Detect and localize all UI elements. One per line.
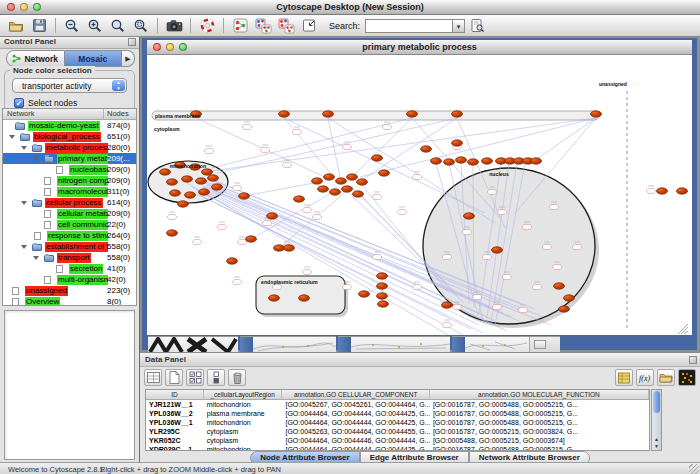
node[interactable] — [167, 179, 178, 185]
node[interactable] — [444, 159, 455, 165]
open-folder-icon[interactable] — [5, 16, 27, 35]
node[interactable] — [443, 254, 452, 259]
window-controls[interactable] — [7, 3, 41, 11]
edge[interactable] — [217, 118, 457, 173]
node[interactable] — [554, 283, 565, 289]
node[interactable] — [488, 189, 497, 194]
node[interactable] — [564, 295, 575, 301]
zoom-fit-content-icon[interactable] — [130, 16, 152, 35]
node[interactable] — [493, 304, 502, 309]
canvas-resize-grip-icon[interactable] — [684, 331, 688, 334]
tree-row-nucleobase[interactable]: nucleobase-...209(0) — [3, 164, 136, 175]
node[interactable] — [498, 209, 507, 214]
expand-triangle-icon[interactable] — [21, 146, 27, 150]
help-lifering-icon[interactable] — [196, 16, 218, 35]
node[interactable] — [212, 184, 223, 190]
node[interactable] — [294, 196, 305, 202]
export-snapshot-camera-icon[interactable] — [163, 16, 185, 35]
node[interactable] — [185, 192, 196, 198]
attribute-table[interactable]: ID_cellularLayoutRegionannotation.GO CEL… — [145, 389, 650, 451]
node[interactable] — [677, 188, 688, 194]
node[interactable] — [453, 304, 462, 309]
node[interactable] — [178, 201, 189, 207]
node[interactable] — [202, 169, 213, 175]
node[interactable] — [482, 158, 493, 164]
attribute-table-header[interactable]: ID_cellularLayoutRegionannotation.GO CEL… — [146, 390, 649, 400]
unselect-all-attributes-icon[interactable] — [207, 369, 225, 386]
tree-row-overview[interactable]: Overview8(0) — [3, 296, 136, 306]
tree-row-primary-metabo[interactable]: primary metabo209(... — [3, 153, 136, 164]
background-window-fragment[interactable] — [148, 336, 238, 353]
tree-row-metabolic-process[interactable]: metabolic process280(0) — [3, 142, 136, 153]
tree-row-macromolecule[interactable]: macromolecule311(0) — [3, 186, 136, 197]
table-row[interactable]: YLR295Ccytoplasm[GO:0045263, GO:0044464,… — [146, 427, 649, 436]
edge[interactable] — [328, 118, 495, 223]
expand-triangle-icon[interactable] — [21, 201, 27, 205]
node[interactable] — [431, 158, 442, 164]
tree-row-transport[interactable]: transport558(0) — [3, 252, 136, 263]
node[interactable] — [323, 111, 334, 117]
node[interactable] — [559, 306, 570, 312]
node[interactable] — [167, 230, 178, 236]
node[interactable] — [182, 176, 193, 182]
node[interactable] — [199, 189, 210, 195]
node[interactable] — [343, 284, 352, 289]
formula-builder-icon[interactable]: f(x) — [636, 369, 654, 386]
node[interactable] — [468, 159, 479, 165]
node[interactable] — [168, 214, 177, 219]
node[interactable] — [160, 169, 171, 175]
tree-row-nitrogen-compo[interactable]: nitrogen compo209(0) — [3, 175, 136, 186]
node[interactable] — [238, 239, 247, 244]
node[interactable] — [591, 111, 602, 117]
node[interactable] — [279, 111, 290, 117]
edge[interactable] — [244, 182, 319, 196]
table-row[interactable]: YPL036W__2plasma membrane[GO:0044464, GO… — [146, 409, 649, 418]
zoom-selected-region-icon[interactable] — [107, 16, 129, 35]
column-header-cellularlayoutregion[interactable]: _cellularLayoutRegion — [204, 390, 283, 399]
tree-row-response-to-stimulu[interactable]: response to stimulu264(0) — [3, 230, 136, 241]
node[interactable] — [519, 307, 528, 312]
node-color-dropdown[interactable]: transporter activity ▲▼ — [12, 78, 127, 93]
attribute-matrix-icon[interactable] — [678, 369, 696, 386]
node[interactable] — [284, 245, 295, 251]
node[interactable] — [452, 140, 463, 146]
node[interactable] — [243, 124, 252, 129]
node[interactable] — [464, 213, 475, 219]
float-panel-icon[interactable] — [128, 38, 136, 46]
node[interactable] — [383, 124, 392, 129]
node[interactable] — [170, 190, 181, 196]
float-panel-icon[interactable] — [689, 356, 697, 364]
birds-eye-view-panel[interactable] — [4, 310, 135, 460]
node[interactable] — [553, 264, 562, 269]
advanced-search-icon[interactable] — [466, 16, 488, 35]
tree-row-cell-communicat[interactable]: cell communicat22(0) — [3, 219, 136, 230]
attribute-selector-icon[interactable] — [144, 369, 162, 386]
node[interactable] — [303, 269, 312, 274]
node[interactable] — [299, 295, 310, 301]
tree-row-cellular-process[interactable]: cellular process614(0) — [3, 197, 136, 208]
node[interactable] — [531, 158, 542, 164]
node[interactable] — [483, 254, 492, 259]
select-nodes-checkbox[interactable]: ✓ — [14, 98, 24, 108]
expand-triangle-icon[interactable] — [21, 245, 27, 249]
node[interactable] — [303, 207, 312, 212]
annotation-icon[interactable] — [298, 16, 320, 35]
node[interactable] — [273, 284, 282, 289]
save-icon[interactable] — [28, 16, 50, 35]
tree-row-establishment-of-lo[interactable]: establishment of lo558(0) — [3, 241, 136, 252]
table-row[interactable]: YJR121W__1mitochondrion[GO:0045267, GO:0… — [146, 400, 649, 409]
node[interactable] — [283, 162, 292, 167]
node[interactable] — [473, 294, 482, 299]
close-window-icon[interactable] — [7, 3, 15, 11]
edge[interactable] — [284, 118, 333, 176]
node[interactable] — [492, 247, 503, 253]
node[interactable] — [330, 189, 341, 195]
node[interactable] — [463, 229, 472, 234]
node[interactable] — [413, 174, 422, 179]
node[interactable] — [503, 274, 512, 279]
zoom-window-icon[interactable] — [33, 3, 41, 11]
node[interactable] — [372, 155, 383, 161]
node[interactable] — [246, 236, 257, 242]
network-view-window[interactable]: primary metabolic process plasma membran… — [142, 38, 697, 350]
tab-network[interactable]: Network — [6, 50, 65, 67]
